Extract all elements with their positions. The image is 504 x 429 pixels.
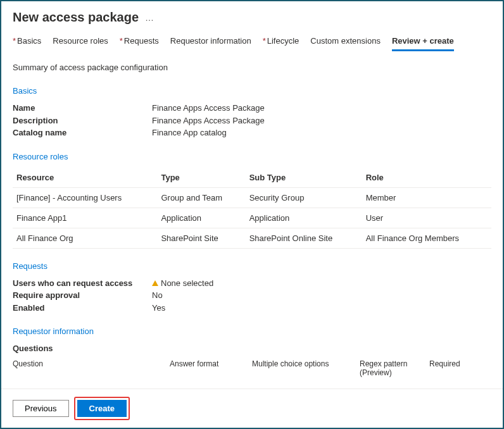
tab-bar: *Basics Resource roles *Requests Request… xyxy=(1,30,503,51)
col-resource: Resource xyxy=(13,168,157,188)
create-highlight: Create xyxy=(74,397,130,420)
section-requestor-info-title: Requestor information xyxy=(13,326,491,336)
requests-who-row: Users who can request access None select… xyxy=(13,277,491,290)
value-who: None selected xyxy=(152,277,491,290)
requests-approval-row: Require approval No xyxy=(13,289,491,302)
summary-text: Summary of access package configuration xyxy=(13,63,491,72)
footer-bar: Previous Create xyxy=(1,389,503,428)
section-requests-title: Requests xyxy=(13,261,491,271)
more-actions-icon[interactable]: … xyxy=(145,13,155,23)
value-description: Finance Apps Access Package xyxy=(152,115,491,127)
label-approval: Require approval xyxy=(13,289,152,302)
required-asterisk-icon: * xyxy=(120,36,123,46)
qcol-regex: Regex pattern (Preview) xyxy=(360,359,429,377)
requests-enabled-row: Enabled Yes xyxy=(13,302,491,314)
label-catalog: Catalog name xyxy=(13,127,152,139)
tab-review-create[interactable]: Review + create xyxy=(392,36,454,51)
col-type: Type xyxy=(157,168,245,188)
col-role: Role xyxy=(362,168,491,188)
table-header-row: Resource Type Sub Type Role xyxy=(13,168,491,188)
table-row: All Finance Org SharePoint Site SharePoi… xyxy=(13,228,491,248)
content-area: Summary of access package configuration … xyxy=(1,51,503,402)
value-catalog: Finance App catalog xyxy=(152,127,491,139)
label-name: Name xyxy=(13,102,152,115)
tab-basics[interactable]: *Basics xyxy=(13,36,41,51)
col-subtype: Sub Type xyxy=(246,168,362,188)
qcol-multiple-choice: Multiple choice options xyxy=(252,359,360,377)
label-who: Users who can request access xyxy=(13,277,152,290)
table-row: Finance App1 Application Application Use… xyxy=(13,208,491,228)
basics-name-row: Name Finance Apps Access Package xyxy=(13,102,491,115)
previous-button[interactable]: Previous xyxy=(13,400,69,417)
required-asterisk-icon: * xyxy=(13,36,16,46)
value-enabled: Yes xyxy=(152,302,491,314)
page-header: New access package … xyxy=(1,1,503,30)
section-resource-roles-title: Resource roles xyxy=(13,152,491,161)
page-title: New access package xyxy=(13,10,139,25)
section-basics-title: Basics xyxy=(13,86,491,96)
qcol-question: Question xyxy=(13,359,170,377)
questions-subtitle: Questions xyxy=(13,344,491,353)
tab-lifecycle[interactable]: *Lifecycle xyxy=(263,36,299,51)
questions-header-row: Question Answer format Multiple choice o… xyxy=(13,356,491,381)
warning-icon xyxy=(152,280,158,286)
label-enabled: Enabled xyxy=(13,302,152,314)
resource-roles-table: Resource Type Sub Type Role [Finance] - … xyxy=(13,168,491,249)
value-name: Finance Apps Access Package xyxy=(152,102,491,115)
label-description: Description xyxy=(13,115,152,127)
table-row: [Finance] - Accounting Users Group and T… xyxy=(13,187,491,208)
tab-custom-extensions[interactable]: Custom extensions xyxy=(310,36,381,51)
basics-catalog-row: Catalog name Finance App catalog xyxy=(13,127,491,139)
qcol-required: Required xyxy=(429,359,491,377)
qcol-answer-format: Answer format xyxy=(170,359,252,377)
tab-requestor-information[interactable]: Requestor information xyxy=(170,36,251,51)
create-button[interactable]: Create xyxy=(77,400,127,417)
tab-requests[interactable]: *Requests xyxy=(120,36,159,51)
required-asterisk-icon: * xyxy=(263,36,266,46)
tab-resource-roles[interactable]: Resource roles xyxy=(53,36,108,51)
value-approval: No xyxy=(152,289,491,302)
basics-description-row: Description Finance Apps Access Package xyxy=(13,115,491,127)
